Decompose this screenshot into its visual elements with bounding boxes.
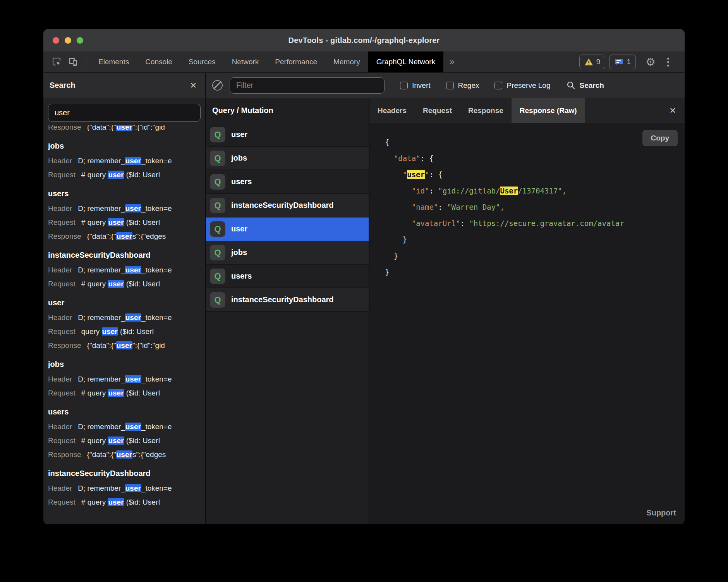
- issues-badge[interactable]: 1: [609, 55, 636, 69]
- query-item-label: instanceSecurityDashboard: [231, 295, 334, 304]
- result-row[interactable]: Response{"data":{"users":{"edges: [48, 229, 201, 243]
- result-row-label: Request: [48, 498, 76, 506]
- devtools-tabs: ElementsConsoleSourcesNetworkPerformance…: [90, 51, 443, 72]
- tab-sources[interactable]: Sources: [180, 51, 224, 72]
- search-panel: Search ✕ Response{"data":{"user":{"id":"…: [43, 73, 206, 524]
- detail-close-icon[interactable]: ✕: [661, 98, 685, 123]
- more-tabs-icon[interactable]: »: [443, 51, 460, 72]
- warnings-badge[interactable]: 9: [579, 55, 606, 69]
- query-type-badge: Q: [210, 127, 225, 142]
- query-item-user[interactable]: Quser: [206, 217, 369, 241]
- result-row-label: Response: [48, 341, 81, 349]
- result-row-label: Header: [48, 484, 72, 492]
- result-row[interactable]: Request# query user ($id: UserI: [48, 216, 201, 229]
- copy-button[interactable]: Copy: [642, 130, 678, 146]
- query-type-badge: Q: [210, 292, 225, 308]
- result-row[interactable]: HeaderD; remember_user_token=e: [48, 154, 201, 168]
- result-row[interactable]: Request# query user ($id: UserI: [48, 277, 201, 291]
- toolbar-search-button[interactable]: Search: [567, 81, 604, 90]
- json-line: }: [385, 231, 685, 248]
- devtools-window: DevTools - gitlab.com/-/graphql-explorer…: [43, 29, 685, 524]
- close-window-button[interactable]: [53, 37, 59, 44]
- checkbox-box: [400, 82, 408, 89]
- json-line: }: [385, 248, 685, 264]
- result-row[interactable]: Request# query user ($id: UserI: [48, 168, 201, 182]
- query-item-user[interactable]: Quser: [206, 123, 369, 147]
- support-link[interactable]: Support: [369, 503, 685, 524]
- result-row[interactable]: Response{"data":{"users":{"edges: [48, 448, 201, 462]
- tab-elements[interactable]: Elements: [90, 51, 137, 72]
- query-item-jobs[interactable]: Qjobs: [206, 147, 369, 170]
- tab-network[interactable]: Network: [224, 51, 267, 72]
- search-close-icon[interactable]: ✕: [187, 79, 199, 92]
- minimize-window-button[interactable]: [65, 37, 71, 44]
- result-row[interactable]: HeaderD; remember_user_token=e: [48, 420, 201, 434]
- result-row[interactable]: Request# query user ($id: UserI: [48, 434, 201, 448]
- zoom-window-button[interactable]: [77, 37, 83, 44]
- search-panel-title: Search: [50, 81, 76, 90]
- detail-tab-request[interactable]: Request: [415, 98, 460, 123]
- tab-memory[interactable]: Memory: [325, 51, 368, 72]
- warning-icon: [584, 58, 593, 66]
- gear-icon[interactable]: ⚙: [643, 55, 658, 68]
- message-count: 1: [627, 58, 631, 66]
- response-raw-view: Copy { "data": { "user": { "id": "gid://…: [369, 123, 685, 503]
- query-list: QuserQjobsQusersQinstanceSecurityDashboa…: [206, 123, 369, 524]
- tab-console[interactable]: Console: [137, 51, 180, 72]
- detail-tabs: HeadersRequestResponseResponse (Raw) ✕: [369, 98, 685, 123]
- checkbox-label: Preserve Log: [507, 81, 550, 90]
- device-toolbar-icon[interactable]: [66, 55, 81, 69]
- toolbar-divider: [86, 56, 86, 68]
- result-row[interactable]: HeaderD; remember_user_token=e: [48, 311, 201, 325]
- query-item-users[interactable]: Qusers: [206, 170, 369, 194]
- inspect-element-icon[interactable]: [50, 55, 64, 69]
- result-row[interactable]: Response{"data":{"user":{"id":"gid: [48, 125, 201, 134]
- tab-performance[interactable]: Performance: [267, 51, 325, 72]
- json-line: "avatarUrl": "https://secure.gravatar.co…: [385, 215, 685, 231]
- result-row[interactable]: HeaderD; remember_user_token=e: [48, 202, 201, 216]
- json-line: }: [385, 264, 685, 280]
- json-line: "id": "gid://gitlab/User/13704317",: [385, 183, 685, 199]
- query-type-badge: Q: [210, 221, 225, 237]
- query-item-users[interactable]: Qusers: [206, 265, 369, 288]
- result-row[interactable]: HeaderD; remember_user_token=e: [48, 481, 201, 495]
- result-row-label: Request: [48, 327, 76, 336]
- result-row-label: Response: [48, 125, 81, 131]
- clear-icon[interactable]: [212, 80, 223, 91]
- search-results: Response{"data":{"user":{"id":"gidjobsHe…: [43, 125, 205, 524]
- result-group-title: jobs: [48, 138, 201, 154]
- result-row-label: Response: [48, 232, 81, 240]
- detail-tab-headers[interactable]: Headers: [369, 98, 415, 123]
- detail-tab-response-raw-[interactable]: Response (Raw): [512, 98, 585, 123]
- result-row[interactable]: HeaderD; remember_user_token=e: [48, 263, 201, 277]
- result-row-label: Header: [48, 423, 72, 431]
- tab-graphql-network[interactable]: GraphQL Network: [368, 51, 443, 72]
- result-row[interactable]: HeaderD; remember_user_token=e: [48, 372, 201, 386]
- json-line: "user": {: [385, 166, 685, 183]
- result-row[interactable]: Request# query user ($id: UserI: [48, 495, 201, 509]
- message-icon: [614, 58, 623, 66]
- result-row-label: Header: [48, 313, 72, 322]
- query-item-instancesecuritydashboard[interactable]: QinstanceSecurityDashboard: [206, 288, 369, 312]
- result-row[interactable]: Response{"data":{"user":{"id":"gid: [48, 339, 201, 353]
- result-row[interactable]: Request# query user ($id: UserI: [48, 386, 201, 400]
- checkbox-preserve-log[interactable]: Preserve Log: [494, 81, 550, 90]
- detail-panel: HeadersRequestResponseResponse (Raw) ✕ C…: [369, 98, 685, 524]
- checkbox-label: Regex: [458, 81, 479, 90]
- toolbar-search-label: Search: [579, 81, 604, 90]
- more-menu-icon[interactable]: [662, 58, 674, 67]
- search-input[interactable]: [48, 104, 201, 122]
- checkbox-regex[interactable]: Regex: [446, 81, 479, 90]
- checkbox-invert[interactable]: Invert: [400, 81, 431, 90]
- result-group-title: instanceSecurityDashboard: [48, 466, 201, 481]
- checkbox-box: [446, 82, 454, 89]
- query-item-instancesecuritydashboard[interactable]: QinstanceSecurityDashboard: [206, 194, 369, 217]
- checkbox-box: [494, 82, 502, 89]
- result-row[interactable]: Requestquery user ($id: UserI: [48, 325, 201, 339]
- result-row-label: Header: [48, 204, 72, 212]
- query-item-label: users: [231, 272, 252, 281]
- title-bar: DevTools - gitlab.com/-/graphql-explorer: [43, 29, 685, 51]
- filter-input[interactable]: [230, 77, 385, 94]
- query-item-jobs[interactable]: Qjobs: [206, 241, 369, 265]
- detail-tab-response[interactable]: Response: [460, 98, 512, 123]
